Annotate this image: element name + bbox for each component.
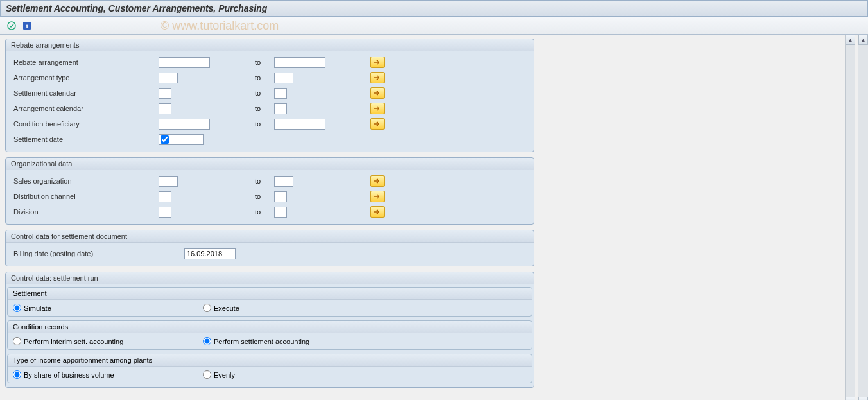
input-dist-channel-to[interactable] bbox=[274, 191, 287, 202]
radio-execute[interactable] bbox=[203, 304, 211, 312]
row-dist-channel: Distribution channel to bbox=[11, 189, 528, 204]
input-arrangement-calendar-from[interactable] bbox=[159, 103, 171, 114]
row-billing-date: Billing date (posting date) bbox=[11, 247, 528, 261]
input-condition-beneficiary-to[interactable] bbox=[274, 119, 326, 130]
execute-icon[interactable] bbox=[5, 19, 18, 32]
multi-select-button[interactable] bbox=[370, 175, 385, 187]
toolbar: i bbox=[0, 17, 868, 35]
scroll-up-icon[interactable]: ▲ bbox=[846, 35, 855, 45]
label-arrangement-type: Arrangement type bbox=[11, 74, 159, 82]
label-condition-beneficiary: Condition beneficiary bbox=[11, 120, 159, 128]
multi-select-button[interactable] bbox=[370, 57, 385, 68]
to-label: to bbox=[255, 208, 274, 216]
radio-by-share[interactable] bbox=[13, 370, 21, 379]
group-title-rebate: Rebate arrangements bbox=[6, 39, 534, 51]
input-dist-channel-from[interactable] bbox=[159, 191, 171, 202]
label-simulate: Simulate bbox=[24, 304, 51, 312]
label-evenly: Evenly bbox=[214, 371, 235, 379]
multi-select-button[interactable] bbox=[370, 118, 385, 130]
row-arrangement-calendar: Arrangement calendar to bbox=[11, 101, 528, 116]
row-division: Division to bbox=[11, 205, 528, 219]
scroll-down-icon[interactable]: ▼ bbox=[846, 397, 855, 400]
input-arrangement-type-from[interactable] bbox=[159, 73, 178, 83]
input-arrangement-calendar-to[interactable] bbox=[274, 103, 287, 114]
label-division: Division bbox=[11, 208, 159, 216]
input-settlement-calendar-to[interactable] bbox=[274, 88, 287, 99]
group-rebate-arrangements: Rebate arrangements Rebate arrangement t… bbox=[5, 39, 534, 152]
label-dist-channel: Distribution channel bbox=[11, 193, 159, 200]
group-title-org: Organizational data bbox=[6, 158, 534, 170]
group-title-control-doc: Control data for settlement document bbox=[6, 230, 534, 243]
row-rebate-arrangement: Rebate arrangement to bbox=[11, 55, 528, 69]
row-settlement-calendar: Settlement calendar to bbox=[11, 86, 528, 100]
row-sales-org: Sales organization to bbox=[11, 174, 528, 188]
outer-scrollbar[interactable]: ▲ ▼ bbox=[858, 35, 868, 400]
scroll-up-icon[interactable]: ▲ bbox=[858, 35, 868, 45]
multi-select-button[interactable] bbox=[370, 206, 385, 218]
label-settlement-calendar: Settlement calendar bbox=[11, 89, 159, 97]
window-title: Settlement Accounting, Customer Arrangem… bbox=[6, 3, 267, 13]
to-label: to bbox=[255, 193, 274, 200]
subgroup-title-income-apportionment: Type of income apportionment among plant… bbox=[8, 354, 532, 367]
multi-select-button[interactable] bbox=[370, 72, 385, 83]
input-division-to[interactable] bbox=[274, 207, 287, 218]
input-settlement-calendar-from[interactable] bbox=[159, 88, 171, 99]
group-control-settlement-document: Control data for settlement document Bil… bbox=[5, 230, 534, 266]
radio-simulate[interactable] bbox=[13, 304, 21, 312]
scroll-track[interactable] bbox=[846, 45, 855, 397]
label-settlement-date: Settlement date bbox=[11, 135, 159, 143]
svg-text:i: i bbox=[26, 22, 28, 30]
subgroup-income-apportionment: Type of income apportionment among plant… bbox=[7, 354, 532, 383]
row-arrangement-type: Arrangement type to bbox=[11, 71, 528, 85]
group-organizational-data: Organizational data Sales organization t… bbox=[5, 157, 534, 225]
label-perform-interim: Perform interim sett. accounting bbox=[24, 338, 123, 345]
radio-perform-settlement[interactable] bbox=[203, 337, 211, 345]
row-condition-beneficiary: Condition beneficiary to bbox=[11, 117, 528, 131]
multi-select-button[interactable] bbox=[370, 191, 385, 202]
inner-scrollbar[interactable]: ▲ ▼ bbox=[845, 35, 855, 400]
radio-perform-interim[interactable] bbox=[13, 337, 21, 345]
checkbox-settlement-date[interactable] bbox=[161, 135, 169, 144]
subgroup-settlement: Settlement Simulate Execute bbox=[7, 287, 532, 317]
input-sales-org-from[interactable] bbox=[159, 176, 178, 187]
to-label: to bbox=[255, 74, 274, 82]
input-sales-org-to[interactable] bbox=[274, 176, 293, 187]
window-title-bar: Settlement Accounting, Customer Arrangem… bbox=[0, 0, 868, 17]
content-area: Rebate arrangements Rebate arrangement t… bbox=[0, 35, 868, 400]
label-arrangement-calendar: Arrangement calendar bbox=[11, 105, 159, 112]
label-execute: Execute bbox=[214, 304, 239, 312]
multi-select-button[interactable] bbox=[370, 103, 385, 114]
input-rebate-arrangement-from[interactable] bbox=[159, 57, 210, 68]
subgroup-title-condition-records: Condition records bbox=[8, 321, 532, 333]
info-icon[interactable]: i bbox=[21, 19, 33, 32]
label-billing-date: Billing date (posting date) bbox=[11, 250, 184, 257]
input-billing-date[interactable] bbox=[184, 248, 236, 259]
input-arrangement-type-to[interactable] bbox=[274, 73, 293, 83]
subgroup-condition-records: Condition records Perform interim sett. … bbox=[7, 320, 532, 350]
group-title-control-run: Control data: settlement run bbox=[6, 272, 534, 284]
subgroup-title-settlement: Settlement bbox=[8, 288, 532, 300]
to-label: to bbox=[255, 177, 274, 185]
to-label: to bbox=[255, 120, 274, 128]
to-label: to bbox=[255, 58, 274, 66]
group-control-settlement-run: Control data: settlement run Settlement … bbox=[5, 272, 534, 388]
checkbox-settlement-date-wrap bbox=[159, 134, 204, 145]
to-label: to bbox=[255, 105, 274, 112]
label-sales-org: Sales organization bbox=[11, 177, 159, 185]
form-content: Rebate arrangements Rebate arrangement t… bbox=[0, 35, 539, 397]
label-perform-settlement: Perform settlement accounting bbox=[214, 338, 309, 345]
label-rebate-arrangement: Rebate arrangement bbox=[11, 58, 159, 66]
scroll-track[interactable] bbox=[858, 45, 868, 397]
input-division-from[interactable] bbox=[159, 207, 171, 218]
input-rebate-arrangement-to[interactable] bbox=[274, 57, 326, 68]
multi-select-button[interactable] bbox=[370, 87, 385, 99]
radio-evenly[interactable] bbox=[203, 370, 211, 379]
input-condition-beneficiary-from[interactable] bbox=[159, 119, 210, 130]
to-label: to bbox=[255, 89, 274, 97]
scroll-down-icon[interactable]: ▼ bbox=[858, 397, 868, 400]
row-settlement-date: Settlement date bbox=[11, 132, 528, 146]
label-by-share: By share of business volume bbox=[24, 371, 114, 379]
